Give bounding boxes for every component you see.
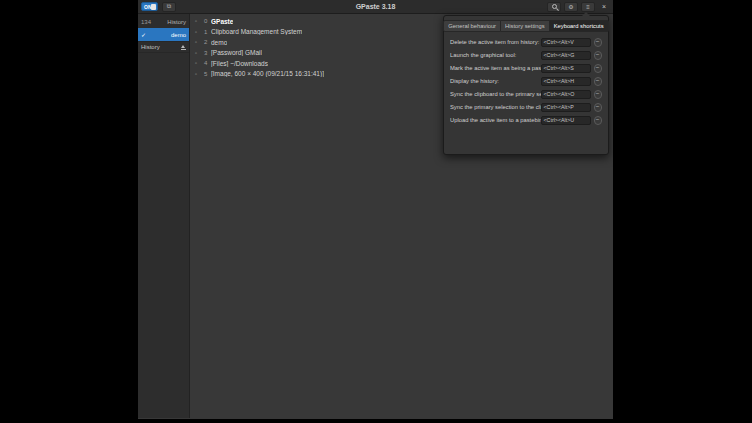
settings-button[interactable]: ⚙ [564, 2, 578, 12]
item-icon: ▫ [195, 71, 201, 77]
item-text: Clipboard Management System [211, 28, 302, 35]
settings-tabs: General behaviour History settings Keybo… [444, 20, 608, 32]
shortcut-row: Launch the graphical tool: <Ctrl><Alt>G … [450, 50, 602, 61]
shortcut-entry[interactable]: <Ctrl><Alt>P [541, 103, 591, 112]
minus-circle-icon: − [596, 78, 600, 85]
minus-circle-icon: − [596, 104, 600, 111]
shortcut-label: Upload the active item to a pastebin ser… [450, 117, 541, 123]
reset-shortcut-button[interactable]: − [594, 51, 603, 60]
tracking-switch[interactable]: ON [141, 2, 158, 11]
popover-arrow [582, 12, 590, 16]
minus-circle-icon: − [596, 91, 600, 98]
history-item-count: 134 [141, 19, 151, 25]
shortcut-entry[interactable]: <Ctrl><Alt>S [541, 64, 591, 73]
demo-item-label: demo [171, 32, 186, 38]
shortcut-entry[interactable]: <Ctrl><Alt>U [541, 116, 591, 125]
shortcut-entry[interactable]: <Ctrl><Alt>H [541, 77, 591, 86]
sidebar-footer-history[interactable]: History [138, 41, 189, 53]
minus-circle-icon: − [596, 117, 600, 124]
item-text: [Password] GMail [211, 49, 262, 56]
selected-check-icon: ✓ [141, 31, 146, 38]
settings-popover: General behaviour History settings Keybo… [443, 15, 609, 155]
item-index: 0 [204, 18, 208, 24]
gear-icon: ⚙ [568, 3, 573, 10]
sidebar-item-demo[interactable]: ✓ demo [138, 28, 189, 41]
history-item-label: History [167, 19, 186, 25]
reset-shortcut-button[interactable]: − [594, 103, 603, 112]
item-index: 4 [204, 60, 208, 66]
search-icon [552, 4, 557, 9]
headerbar[interactable]: GPaste 3.18 ON ⧉ ⚙ ≡ [138, 0, 613, 14]
reset-shortcut-button[interactable]: − [594, 64, 603, 73]
item-icon: ▫ [195, 18, 201, 24]
tab-general-behaviour[interactable]: General behaviour [443, 20, 501, 32]
close-icon: × [602, 3, 606, 10]
footer-history-label: History [141, 44, 160, 50]
item-icon: ▫ [195, 39, 201, 45]
shortcut-entry[interactable]: <Ctrl><Alt>O [541, 90, 591, 99]
item-index: 2 [204, 39, 208, 45]
menu-button[interactable]: ≡ [581, 2, 595, 12]
sidebar-item-history[interactable]: 134 History [138, 16, 189, 28]
reset-shortcut-button[interactable]: − [594, 38, 603, 47]
menu-icon: ≡ [586, 4, 590, 10]
item-icon: ▫ [195, 60, 201, 66]
minus-circle-icon: − [596, 39, 600, 46]
tab-keyboard-shortcuts[interactable]: Keyboard shortcuts [550, 20, 609, 32]
search-button[interactable] [547, 2, 561, 12]
item-text: [Image, 600 × 400 (09/21/15 16:31:41)] [211, 70, 324, 77]
window-title: GPaste 3.18 [138, 3, 613, 10]
shortcut-row: Sync the primary selection to the clipbo… [450, 102, 602, 113]
item-text: [Files] ~/Downloads [211, 60, 268, 67]
shortcut-row: Sync the clipboard to the primary select… [450, 89, 602, 100]
shortcut-label: Sync the primary selection to the clipbo… [450, 104, 541, 110]
item-icon: ▫ [195, 29, 201, 35]
shortcut-label: Launch the graphical tool: [450, 52, 541, 58]
minus-circle-icon: − [596, 65, 600, 72]
histories-sidebar: 134 History ✓ demo History [138, 14, 190, 418]
item-text: demo [211, 39, 227, 46]
eject-icon[interactable] [180, 44, 186, 50]
shortcut-label: Delete the active item from history: [450, 39, 541, 45]
shortcut-entry[interactable]: <Ctrl><Alt>V [541, 38, 591, 47]
item-index: 1 [204, 29, 208, 35]
reset-shortcut-button[interactable]: − [594, 77, 603, 86]
clipboard-icon: ⧉ [167, 3, 171, 10]
clipboard-button[interactable]: ⧉ [162, 2, 176, 12]
minus-circle-icon: − [596, 52, 600, 59]
shortcut-row: Display the history: <Ctrl><Alt>H − [450, 76, 602, 87]
shortcuts-panel: Delete the active item from history: <Ct… [444, 37, 608, 126]
gpaste-window: GPaste 3.18 ON ⧉ ⚙ ≡ [138, 0, 613, 419]
reset-shortcut-button[interactable]: − [594, 90, 603, 99]
reset-shortcut-button[interactable]: − [594, 116, 603, 125]
shortcut-row: Mark the active item as being a password… [450, 63, 602, 74]
shortcut-row: Delete the active item from history: <Ct… [450, 37, 602, 48]
item-index: 3 [204, 50, 208, 56]
item-index: 5 [204, 71, 208, 77]
shortcut-label: Mark the active item as being a password… [450, 65, 541, 71]
shortcut-label: Display the history: [450, 78, 541, 84]
desktop-background: GPaste 3.18 ON ⧉ ⚙ ≡ [0, 0, 752, 423]
shortcut-entry[interactable]: <Ctrl><Alt>G [541, 51, 591, 60]
item-text: GPaste [211, 18, 233, 25]
shortcut-label: Sync the clipboard to the primary select… [450, 91, 541, 97]
shortcut-row: Upload the active item to a pastebin ser… [450, 115, 602, 126]
switch-knob [151, 4, 156, 10]
item-icon: ▫ [195, 50, 201, 56]
close-button[interactable]: × [598, 2, 610, 12]
tab-history-settings[interactable]: History settings [501, 20, 550, 32]
